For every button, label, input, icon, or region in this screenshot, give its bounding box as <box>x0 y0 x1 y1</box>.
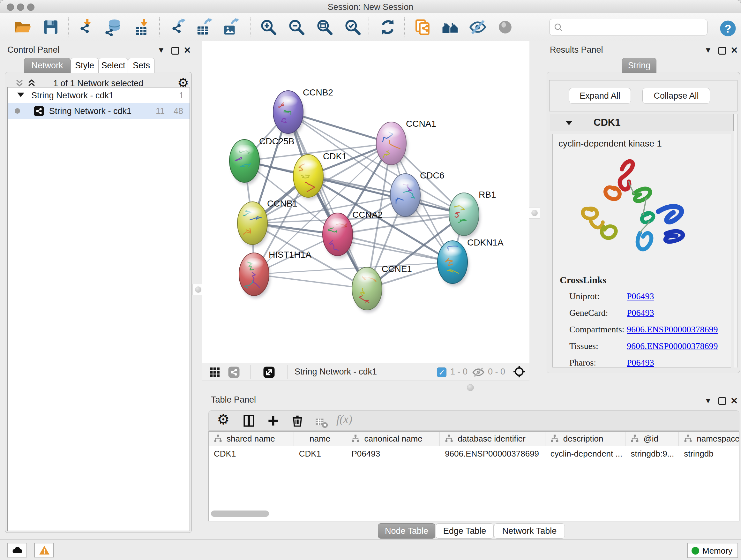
tab-edge-table[interactable]: Edge Table <box>435 523 494 539</box>
main-toolbar: ? <box>0 13 741 41</box>
svg-text:CCNA2: CCNA2 <box>352 210 383 220</box>
node-table[interactable]: shared name name canonical name database… <box>208 431 739 521</box>
control-panel-close-icon[interactable]: ✕ <box>184 45 191 56</box>
results-scrollbar[interactable] <box>734 114 738 368</box>
crosslink-row: Compartments:9606.ENSP00000378699 <box>569 321 718 338</box>
gene-collapse-icon[interactable] <box>565 121 572 125</box>
zoom-out-icon[interactable] <box>287 18 306 36</box>
export-table-icon[interactable] <box>196 18 213 36</box>
network-canvas[interactable]: CCNB2CCNA1CDC25BCDK1CDC6RB1CCNB1CCNA2CDK… <box>202 41 529 363</box>
export-image-icon[interactable] <box>222 18 240 36</box>
control-panel-float-icon[interactable] <box>172 47 179 55</box>
current-network-dot-icon <box>15 108 20 114</box>
crosslink-pharos[interactable]: P06493 <box>627 358 654 368</box>
crosslink-compartments[interactable]: 9606.ENSP00000378699 <box>627 324 718 334</box>
results-panel-close-icon[interactable]: ✕ <box>731 45 738 56</box>
table-gear-icon[interactable]: ⚙ <box>217 411 229 428</box>
table-row[interactable]: CDK1 CDK1 P06493 9606.ENSP00000378699 cy… <box>209 446 739 461</box>
hidden-counts: 0 - 0 <box>488 367 505 377</box>
crosslink-tissues[interactable]: 9606.ENSP00000378699 <box>627 341 718 351</box>
help-icon[interactable]: ? <box>719 19 735 36</box>
tab-string[interactable]: String <box>622 58 657 73</box>
import-table-icon[interactable] <box>134 18 151 36</box>
delete-table-icon <box>315 416 326 427</box>
zoom-fit-icon[interactable] <box>316 18 333 36</box>
gene-symbol: CDK1 <box>594 117 620 128</box>
birdseye-grid-icon[interactable] <box>208 366 221 379</box>
warning-icon <box>38 545 51 556</box>
toolbar-separator <box>159 17 160 37</box>
network-badge-icon[interactable] <box>227 366 240 379</box>
svg-text:CDC25B: CDC25B <box>259 136 294 146</box>
results-panel-float-icon[interactable] <box>718 47 726 55</box>
column-header: namespace <box>679 432 739 446</box>
import-network-db-icon[interactable] <box>105 18 122 36</box>
show-panel-eye-icon[interactable] <box>496 18 514 36</box>
control-panel-menu-icon[interactable]: ▼ <box>157 46 165 55</box>
show-columns-icon[interactable] <box>242 414 256 428</box>
import-network-icon[interactable] <box>77 18 95 36</box>
svg-text:HIST1H1A: HIST1H1A <box>269 250 312 260</box>
right-splitter-handle[interactable] <box>529 207 540 219</box>
title-bar: Session: New Session <box>0 0 741 13</box>
open-session-icon[interactable] <box>14 18 31 36</box>
hide-panels-eye-icon[interactable] <box>469 18 487 36</box>
tab-network-table[interactable]: Network Table <box>494 523 565 539</box>
selected-checkbox-icon[interactable]: ✓ <box>437 368 447 377</box>
refresh-layout-icon[interactable] <box>379 18 397 36</box>
horizontal-splitter-handle[interactable] <box>467 384 474 391</box>
expand-all-button[interactable]: Expand All <box>569 88 631 104</box>
svg-text:CCNE1: CCNE1 <box>382 264 412 274</box>
tab-network[interactable]: Network <box>24 58 71 73</box>
table-panel-float-icon[interactable] <box>718 397 726 405</box>
table-panel-close-icon[interactable]: ✕ <box>731 395 738 406</box>
table-header-row: shared name name canonical name database… <box>209 432 739 446</box>
save-session-icon[interactable] <box>42 18 60 36</box>
home-icon[interactable] <box>441 18 459 36</box>
collection-label: String Network - cdk1 <box>31 91 114 101</box>
fit-selected-crosshair-icon[interactable] <box>513 365 527 379</box>
cloud-status-button[interactable] <box>7 543 27 557</box>
add-column-icon[interactable] <box>266 414 280 428</box>
tab-sets[interactable]: Sets <box>128 58 155 73</box>
tab-select[interactable]: Select <box>98 58 128 73</box>
search-input[interactable] <box>549 19 708 36</box>
table-hscrollbar-thumb[interactable] <box>211 510 269 517</box>
protein-structure-image <box>562 152 703 267</box>
network-node-CCNB1: CCNB1 <box>238 199 297 247</box>
crosslink-row: Uniprot:P06493 <box>569 288 718 305</box>
network-collection-row[interactable]: String Network - cdk1 1 <box>8 87 190 103</box>
tab-style[interactable]: Style <box>71 58 98 73</box>
gene-description: cyclin-dependent kinase 1 <box>558 138 662 149</box>
crosslink-uniprot[interactable]: P06493 <box>627 291 654 301</box>
table-panel-menu-icon[interactable]: ▼ <box>704 396 712 405</box>
gene-section-header[interactable]: CDK1 <box>550 114 734 131</box>
svg-text:?: ? <box>724 22 731 35</box>
results-panel-title: Results Panel <box>550 45 603 55</box>
crosslinks-title: CrossLinks <box>560 274 606 286</box>
window-title: Session: New Session <box>0 2 741 12</box>
detach-view-icon[interactable] <box>263 366 275 379</box>
delete-column-icon[interactable] <box>290 414 305 428</box>
collapse-all-button[interactable]: Collapse All <box>643 88 710 104</box>
warnings-button[interactable] <box>34 543 54 557</box>
column-header: @id <box>625 432 679 446</box>
tab-node-table[interactable]: Node Table <box>378 523 435 539</box>
toolbar-separator <box>68 17 69 37</box>
cloud-icon <box>11 545 23 556</box>
zoom-selected-icon[interactable] <box>344 18 361 36</box>
collection-expand-icon[interactable] <box>17 92 24 97</box>
zoom-in-icon[interactable] <box>259 18 277 36</box>
network-node-CDKN1A: CDKN1A <box>437 238 503 286</box>
results-panel-menu-icon[interactable]: ▼ <box>704 46 712 55</box>
crosslink-row: Tissues:9606.ENSP00000378699 <box>569 338 718 354</box>
memory-button[interactable]: Memory <box>687 543 738 558</box>
column-header: canonical name <box>346 432 440 446</box>
network-row-selected[interactable]: String Network - cdk1 11 48 <box>8 103 190 119</box>
network-node-CDK1: CDK1 <box>293 151 347 200</box>
crosslink-genecard[interactable]: P06493 <box>627 308 654 318</box>
export-network-icon[interactable] <box>169 18 187 36</box>
toolbar-separator <box>250 17 251 37</box>
share-document-icon[interactable] <box>414 18 432 36</box>
gene-section-body: cyclin-dependent kinase 1 CrossLinks <box>552 134 731 368</box>
